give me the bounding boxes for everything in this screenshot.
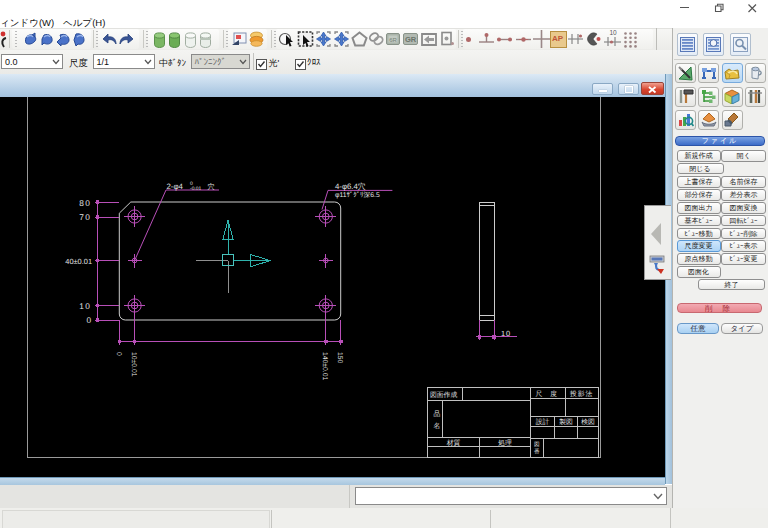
svg-text:80: 80: [79, 198, 91, 208]
svg-text:6R: 6R: [389, 36, 397, 42]
svg-text:投影法: 投影法: [569, 390, 593, 398]
svg-text:4-φ6.4穴: 4-φ6.4穴: [335, 182, 366, 191]
svg-text:製図: 製図: [559, 418, 573, 426]
svg-text:GR: GR: [405, 35, 417, 44]
svg-text:70: 70: [79, 212, 91, 222]
svg-text:材質: 材質: [446, 439, 461, 447]
svg-text:尺 度: 尺 度: [535, 390, 559, 398]
svg-text:検図: 検図: [581, 418, 595, 426]
svg-text:処理: 処理: [498, 439, 512, 447]
svg-text:10: 10: [501, 329, 511, 338]
svg-text:0: 0: [115, 352, 122, 356]
svg-text:番: 番: [534, 448, 540, 455]
svg-text:10±0.01: 10±0.01: [130, 352, 137, 377]
svg-text:品: 品: [433, 410, 440, 418]
svg-text:φ11ｻﾞｸﾞﾘ深6.5: φ11ｻﾞｸﾞﾘ深6.5: [335, 191, 380, 199]
svg-text:40±0.01: 40±0.01: [65, 257, 92, 266]
svg-text:10: 10: [79, 301, 91, 311]
svg-text:140±0.01: 140±0.01: [321, 352, 328, 381]
svg-text:10: 10: [609, 29, 617, 36]
svg-text:-0.01: -0.01: [190, 186, 202, 192]
svg-text:図: 図: [534, 441, 540, 448]
svg-text:図面作成: 図面作成: [430, 391, 457, 399]
svg-text:設計: 設計: [536, 418, 550, 426]
svg-text:穴: 穴: [208, 183, 215, 191]
svg-text:0: 0: [86, 315, 91, 325]
svg-text:名: 名: [433, 422, 440, 430]
svg-text:150: 150: [336, 352, 343, 364]
svg-text:2-φ4: 2-φ4: [167, 182, 184, 191]
